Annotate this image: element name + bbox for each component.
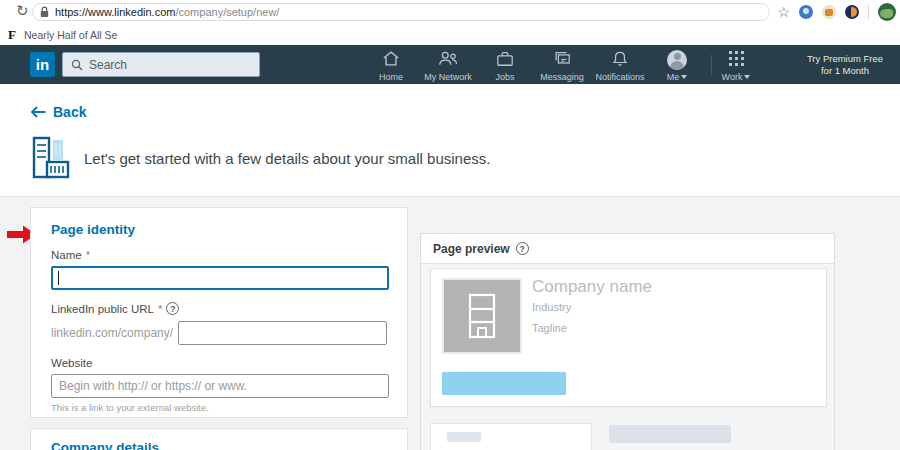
intro-text: Let's get started with a few details abo… — [84, 150, 490, 167]
nav-label: Messaging — [540, 72, 584, 82]
back-arrow-icon — [30, 106, 46, 118]
url-host: https://www.linkedin.com — [55, 6, 175, 18]
preview-button-placeholder — [442, 372, 566, 395]
nav-item-messaging[interactable]: Messaging — [530, 50, 594, 82]
website-input[interactable] — [51, 374, 389, 398]
lock-icon — [40, 6, 49, 18]
public-url-label: LinkedIn public URL* ? — [51, 302, 387, 315]
nav-item-notifications[interactable]: Notifications — [588, 50, 652, 82]
bookmarks-bar: F Nearly Half of All Se — [0, 24, 900, 45]
extension-icon-2[interactable] — [822, 5, 836, 19]
nav-label: Me — [667, 72, 680, 82]
nav-label: Jobs — [495, 72, 514, 82]
bookmark-star-icon[interactable]: ☆ — [777, 4, 790, 20]
building-placeholder-icon — [465, 292, 499, 340]
navbar-divider — [711, 55, 712, 75]
browser-profile-avatar[interactable] — [878, 3, 896, 21]
page-preview-panel: Page preview ? Company name Industry Tag… — [420, 233, 835, 450]
url-prefix: linkedin.com/company/ — [51, 326, 173, 340]
nav-label: My Network — [424, 72, 472, 82]
me-avatar — [667, 50, 687, 70]
chrome-divider — [868, 5, 869, 19]
page-preview-title: Page preview — [433, 242, 510, 256]
page-preview-header: Page preview ? — [421, 234, 834, 264]
preview-skeleton-bar — [609, 425, 731, 443]
preview-industry: Industry — [532, 301, 571, 313]
back-label: Back — [53, 104, 86, 120]
home-icon — [382, 50, 400, 67]
my-network-icon — [438, 50, 458, 67]
page-identity-card: Page identity Name* LinkedIn public URL*… — [30, 207, 408, 418]
text-cursor — [58, 271, 59, 285]
main-area: Page identity Name* LinkedIn public URL*… — [0, 197, 900, 450]
screen: ↻ https://www.linkedin.com/company/setup… — [0, 0, 900, 450]
nav-item-me[interactable]: Me — [645, 50, 709, 82]
nav-item-home[interactable]: Home — [359, 50, 423, 82]
company-details-card: Company details — [30, 428, 408, 450]
nav-label: Home — [379, 72, 403, 82]
chevron-down-icon — [681, 75, 687, 79]
premium-line1: Try Premium Free — [797, 53, 893, 65]
nav-item-jobs[interactable]: Jobs — [473, 50, 537, 82]
company-logo-placeholder — [442, 278, 522, 354]
chevron-down-icon — [744, 75, 750, 79]
name-label: Name* — [51, 249, 387, 261]
back-button[interactable]: Back — [30, 104, 86, 120]
extension-icon-3[interactable] — [845, 5, 859, 19]
nav-label: Work — [722, 72, 743, 82]
name-input[interactable] — [51, 266, 389, 290]
try-premium-link[interactable]: Try Premium Free for 1 Month — [797, 53, 893, 77]
website-label: Website — [51, 357, 387, 369]
messaging-icon — [553, 50, 571, 67]
url-path: /company/setup/new/ — [175, 6, 279, 18]
required-asterisk: * — [86, 249, 90, 261]
search-icon — [71, 59, 83, 71]
notifications-icon — [612, 50, 628, 67]
browser-chrome: ↻ https://www.linkedin.com/company/setup… — [0, 0, 900, 24]
linkedin-navbar: in Search Home My Network Jobs Messaging… — [0, 45, 900, 84]
url-text: https://www.linkedin.com/company/setup/n… — [55, 6, 279, 18]
section-title-company-details: Company details — [51, 440, 387, 450]
jobs-icon — [496, 50, 514, 67]
company-preview-card: Company name Industry Tagline — [430, 268, 827, 407]
required-asterisk: * — [158, 303, 162, 315]
linkedin-logo[interactable]: in — [30, 52, 55, 77]
bookmark-favicon: F — [8, 27, 16, 43]
nav-label: Notifications — [595, 72, 644, 82]
website-hint: This is a link to your external website. — [51, 402, 387, 413]
preview-tagline: Tagline — [532, 322, 567, 334]
public-url-input[interactable] — [178, 321, 387, 345]
search-input[interactable]: Search — [62, 52, 260, 77]
preview-skeleton-pill — [447, 432, 481, 442]
url-help-icon[interactable]: ? — [166, 302, 179, 315]
search-placeholder: Search — [89, 58, 127, 72]
premium-line2: for 1 Month — [797, 65, 893, 77]
url-bar[interactable]: https://www.linkedin.com/company/setup/n… — [32, 3, 770, 21]
preview-help-icon[interactable]: ? — [516, 242, 529, 255]
small-business-building-icon — [30, 135, 70, 181]
reload-icon[interactable]: ↻ — [16, 2, 29, 20]
nav-item-work[interactable]: Work — [714, 50, 758, 82]
page-header: Back Let's get started with a few detail… — [0, 84, 900, 197]
bookmark-item[interactable]: Nearly Half of All Se — [24, 29, 117, 41]
extension-icon-1[interactable] — [799, 5, 813, 19]
work-grid-icon — [728, 50, 745, 67]
section-title-page-identity: Page identity — [51, 222, 387, 237]
nav-item-my-network[interactable]: My Network — [416, 50, 480, 82]
preview-skeleton-card — [430, 423, 592, 450]
preview-company-name: Company name — [532, 277, 652, 297]
